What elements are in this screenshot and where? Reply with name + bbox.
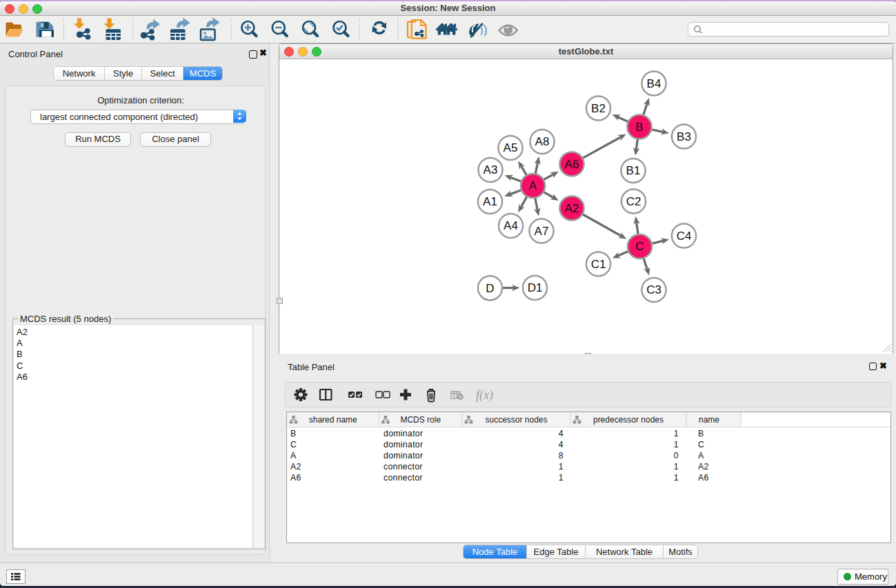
svg-text:C: C [290, 440, 297, 449]
svg-text:D1: D1 [528, 281, 543, 294]
svg-text:f(x): f(x) [476, 388, 493, 403]
svg-text:1: 1 [674, 473, 679, 483]
svg-text:A2: A2 [698, 462, 709, 472]
svg-text:4: 4 [559, 429, 564, 438]
svg-text:dominator: dominator [384, 451, 423, 460]
svg-text:connector: connector [384, 462, 423, 472]
svg-text:B: B [635, 121, 643, 134]
svg-text:A4: A4 [504, 219, 518, 232]
svg-text:A6: A6 [698, 473, 709, 483]
svg-text:C: C [635, 240, 644, 253]
svg-text:A8: A8 [535, 135, 550, 148]
svg-text:A6: A6 [290, 473, 301, 483]
svg-text:dominator: dominator [384, 429, 423, 438]
svg-text:1: 1 [674, 462, 679, 472]
svg-text:1: 1 [559, 473, 564, 483]
svg-text:1: 1 [559, 462, 564, 472]
svg-text:C: C [698, 440, 704, 449]
svg-text:B: B [290, 429, 297, 438]
svg-text:B1: B1 [626, 164, 641, 177]
svg-text:4: 4 [559, 440, 564, 449]
svg-text:name: name [699, 415, 719, 425]
svg-text:A: A [529, 179, 537, 192]
svg-text:A: A [698, 451, 704, 460]
svg-text:shared name: shared name [309, 415, 357, 425]
svg-text:A: A [290, 451, 297, 460]
svg-text:C3: C3 [646, 283, 661, 296]
svg-text:1: 1 [674, 429, 679, 438]
svg-text:1: 1 [674, 440, 679, 449]
svg-text:MCDS role: MCDS role [400, 415, 441, 425]
svg-text:8: 8 [559, 451, 564, 460]
svg-text:B2: B2 [591, 102, 606, 115]
svg-text:B3: B3 [677, 130, 691, 143]
svg-text:dominator: dominator [384, 440, 423, 449]
svg-text:A5: A5 [504, 141, 518, 154]
svg-text:A7: A7 [535, 225, 549, 238]
svg-text:B4: B4 [647, 77, 661, 90]
svg-text:A6: A6 [565, 158, 579, 171]
svg-text:A1: A1 [483, 195, 497, 208]
svg-text:A3: A3 [484, 163, 498, 176]
svg-text:successor nodes: successor nodes [485, 415, 547, 425]
svg-text:C4: C4 [677, 230, 692, 243]
svg-text:connector: connector [384, 473, 423, 483]
svg-text:C2: C2 [626, 195, 641, 208]
svg-text:A2: A2 [565, 202, 579, 215]
svg-text:A2: A2 [290, 462, 301, 472]
svg-text:B: B [698, 429, 704, 438]
svg-text:predecessor nodes: predecessor nodes [593, 415, 664, 425]
svg-text:C1: C1 [591, 258, 606, 271]
svg-text:0: 0 [674, 451, 679, 460]
svg-text:D: D [486, 282, 494, 295]
